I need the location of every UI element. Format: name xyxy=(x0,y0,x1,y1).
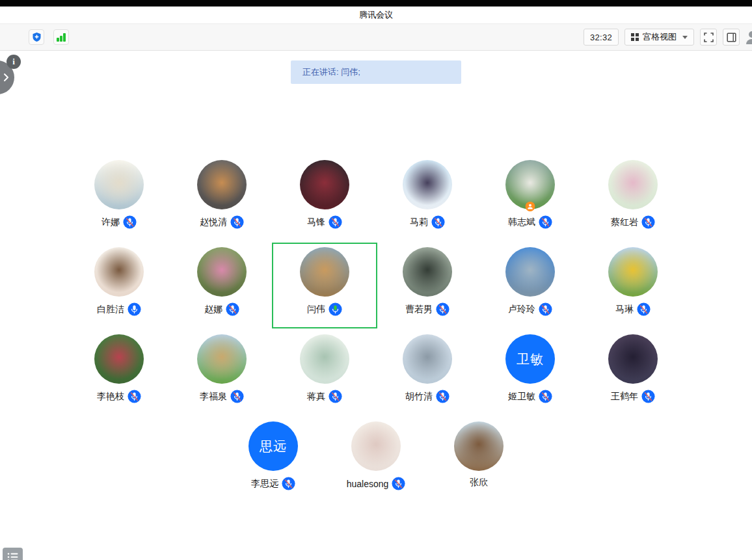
participant-name-row: 卢玲玲 xyxy=(508,302,552,316)
mic-muted-icon xyxy=(329,215,342,229)
mic-muted-icon xyxy=(128,390,141,403)
fullscreen-button[interactable] xyxy=(700,29,717,46)
avatar xyxy=(197,160,247,209)
avatar: 思远 xyxy=(248,421,298,471)
avatar xyxy=(94,160,144,209)
avatar xyxy=(403,334,452,384)
participant-name-row: 李福泉 xyxy=(200,390,244,403)
participant-tile[interactable]: 赵悦清 xyxy=(170,160,273,229)
view-mode-dropdown[interactable]: 宫格视图 xyxy=(624,29,694,46)
participant-tile[interactable]: 赵娜 xyxy=(170,247,273,316)
member-list-button[interactable] xyxy=(3,548,23,560)
chevron-down-icon xyxy=(682,36,688,39)
grid-view-icon xyxy=(631,33,639,41)
meeting-timer: 32:32 xyxy=(584,29,619,46)
participant-name-row: 赵悦清 xyxy=(200,215,244,229)
participant-name-row: 蔡红岩 xyxy=(611,215,655,229)
mic-muted-icon xyxy=(539,215,552,229)
avatar xyxy=(351,421,401,471)
participant-tile[interactable]: 蔡红岩 xyxy=(582,160,684,229)
participant-name-row: 马琳 xyxy=(615,302,651,316)
participant-name: 蒋真 xyxy=(307,391,325,403)
participant-name: 白胜洁 xyxy=(97,304,124,315)
participant-row: 白胜洁 赵娜 闫伟 曹若男 xyxy=(0,247,752,316)
window-title: 腾讯会议 xyxy=(359,9,393,21)
participant-name: 赵悦清 xyxy=(200,217,227,228)
participant-name: 马琳 xyxy=(615,304,634,315)
view-mode-label: 宫格视图 xyxy=(643,31,677,43)
participant-name: 张欣 xyxy=(470,477,488,488)
avatar xyxy=(300,247,349,297)
security-shield-icon[interactable] xyxy=(29,29,44,45)
participant-tile[interactable]: hualesong xyxy=(325,421,427,490)
participant-name-row: 姬卫敏 xyxy=(508,390,552,403)
list-icon xyxy=(7,552,18,560)
avatar xyxy=(94,247,144,297)
info-icon[interactable]: i xyxy=(7,55,21,69)
avatar xyxy=(608,247,658,297)
participant-name: 姬卫敏 xyxy=(508,391,535,403)
participant-tile[interactable]: 许娜 xyxy=(68,160,170,229)
mic-muted-icon xyxy=(637,302,651,316)
participant-name: 曹若男 xyxy=(405,304,433,315)
participant-icon[interactable] xyxy=(745,29,752,45)
chevron-right-icon xyxy=(3,73,9,82)
participant-grid: 许娜 赵悦清 马锋 马莉 xyxy=(0,160,752,490)
participant-name: 胡竹清 xyxy=(405,391,433,403)
participant-tile[interactable]: 王鹤年 xyxy=(582,334,684,403)
participant-row: 许娜 赵悦清 马锋 马莉 xyxy=(0,160,752,229)
participant-name-row: 曹若男 xyxy=(405,302,450,316)
participant-name-row: 王鹤年 xyxy=(611,390,655,403)
mic-muted-icon xyxy=(329,390,342,403)
participant-tile[interactable]: 韩志斌 xyxy=(479,160,582,229)
avatar xyxy=(505,160,555,209)
participant-tile[interactable]: 闫伟 xyxy=(273,247,376,316)
mic-muted-icon xyxy=(282,477,295,490)
participant-tile[interactable]: 马锋 xyxy=(273,160,376,229)
participant-name: 李思远 xyxy=(251,478,278,490)
participant-tile[interactable]: 卢玲玲 xyxy=(479,247,582,316)
network-signal-icon[interactable] xyxy=(53,29,69,45)
participant-tile[interactable]: 马莉 xyxy=(376,160,479,229)
participant-tile[interactable]: 马琳 xyxy=(582,247,684,316)
mic-muted-icon xyxy=(431,215,445,229)
participant-tile[interactable]: 胡竹清 xyxy=(376,334,479,403)
host-badge-icon xyxy=(526,202,535,211)
participant-name-row: 韩志斌 xyxy=(508,215,552,229)
participant-name-row: 马锋 xyxy=(307,215,342,229)
mic-muted-icon xyxy=(436,302,450,316)
avatar-initials: 思远 xyxy=(248,421,298,471)
mic-muted-icon xyxy=(230,390,244,403)
participant-tile[interactable]: 曹若男 xyxy=(376,247,479,316)
avatar xyxy=(94,334,144,384)
participant-name: 卢玲玲 xyxy=(508,304,535,315)
participant-name: 闫伟 xyxy=(307,304,325,315)
participant-name: 马莉 xyxy=(410,217,428,228)
participant-tile[interactable]: 思远 李思远 xyxy=(222,421,325,490)
participant-name-row: 许娜 xyxy=(101,215,137,229)
avatar xyxy=(403,247,452,297)
participant-tile[interactable]: 张欣 xyxy=(427,421,530,490)
active-speaker-banner: 正在讲话: 闫伟; xyxy=(291,60,461,84)
participant-tile[interactable]: 李艳枝 xyxy=(68,334,170,403)
avatar-initials: 卫敏 xyxy=(505,334,555,384)
participant-name: 赵娜 xyxy=(204,304,222,315)
active-speaker-text: 正在讲话: 闫伟; xyxy=(302,66,360,78)
participant-name-row: 蒋真 xyxy=(307,390,342,403)
window-top-strip xyxy=(0,0,752,7)
avatar xyxy=(608,334,658,384)
participant-tile[interactable]: 卫敏 姬卫敏 xyxy=(479,334,582,403)
side-panel-button[interactable] xyxy=(723,29,740,46)
participant-tile[interactable]: 蒋真 xyxy=(273,334,376,403)
participant-name: 马锋 xyxy=(307,217,325,228)
participant-tile[interactable]: 李福泉 xyxy=(170,334,273,403)
participant-name: 李艳枝 xyxy=(97,391,124,403)
mic-muted-icon xyxy=(230,215,244,229)
mic-on-icon xyxy=(128,302,141,316)
participant-name-row: 白胜洁 xyxy=(97,302,141,316)
participant-name-row: 马莉 xyxy=(410,215,445,229)
participant-name-row: 胡竹清 xyxy=(405,390,450,403)
participant-tile[interactable]: 白胜洁 xyxy=(68,247,170,316)
avatar xyxy=(608,160,658,209)
participant-name: 王鹤年 xyxy=(611,391,638,403)
